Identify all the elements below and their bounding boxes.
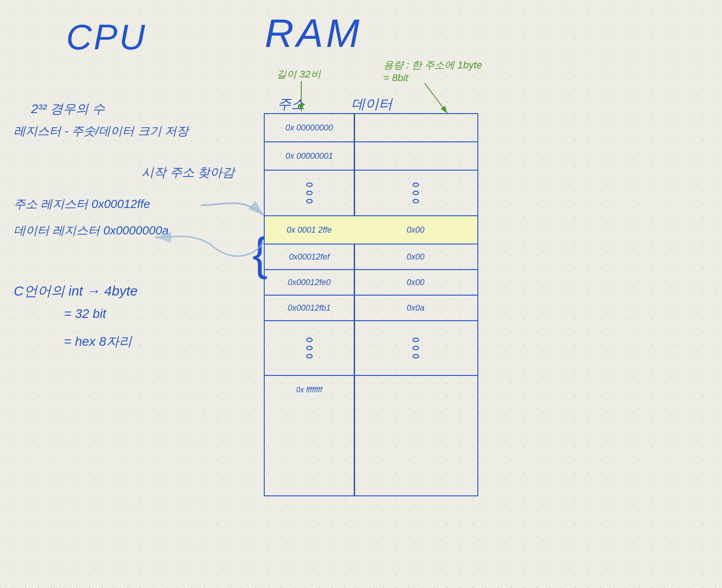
dot bbox=[306, 191, 313, 195]
addr-register-label: 주소 레지스터 0x00012ffe bbox=[14, 196, 150, 212]
table-row: 0x00012fef 0x00 bbox=[265, 245, 477, 270]
find-start-label: 시작 주소 찾아감 bbox=[141, 164, 235, 181]
dot bbox=[413, 338, 419, 342]
dot bbox=[413, 346, 419, 350]
col-header-data: 데이터 bbox=[351, 95, 392, 114]
dot bbox=[306, 354, 313, 359]
addr-dots bbox=[265, 175, 354, 211]
dot bbox=[306, 346, 313, 350]
table-row: 0x00012fe0 0x00 bbox=[265, 270, 477, 296]
green-32bit-label: 길이 32비 bbox=[277, 68, 321, 81]
data-cell: 0x0a bbox=[354, 302, 477, 315]
data-cell: 0x00 bbox=[354, 224, 477, 237]
table-row: 0x00012fb1 0x0a bbox=[265, 296, 477, 321]
data-dots bbox=[354, 330, 477, 366]
table-row: 0x 00000001 bbox=[265, 142, 477, 171]
data-cell bbox=[354, 154, 477, 158]
dot bbox=[306, 182, 313, 187]
table-row-last: 0x ffffffff bbox=[265, 376, 477, 404]
data-register-label: 데이터 레지스터 0x0000000a bbox=[14, 223, 169, 239]
addr-dots bbox=[265, 330, 354, 366]
equals-32-label: = 32 bit bbox=[64, 307, 106, 321]
addr-cell: 0x 00000000 bbox=[265, 121, 354, 135]
equals-hex-label: = hex 8자리 bbox=[64, 333, 132, 350]
cpu-register-label: 레지스터 - 주솟/데이터 크기 저장 bbox=[14, 123, 188, 139]
cpu-power-label: 2³² 경우의 수 bbox=[31, 100, 105, 118]
addr-cell: 0x ffffffff bbox=[265, 384, 354, 396]
dot bbox=[306, 199, 313, 203]
addr-cell: 0x 0001 2ffe bbox=[265, 224, 354, 237]
data-cell: 0x00 bbox=[354, 276, 477, 289]
table-row-highlighted: 0x 0001 2ffe 0x00 bbox=[265, 216, 477, 245]
table-row: 0x 00000000 bbox=[265, 114, 477, 142]
dot bbox=[413, 354, 419, 359]
dots-row-2 bbox=[265, 321, 477, 376]
addr-cell: 0x00012fb1 bbox=[265, 302, 354, 315]
dot bbox=[306, 338, 313, 342]
dot bbox=[413, 191, 419, 195]
addr-cell: 0x00012fe0 bbox=[265, 276, 354, 289]
data-dots bbox=[354, 175, 477, 211]
data-cell bbox=[354, 388, 477, 392]
green-capacity-label: 용량 : 한 주소에 1byte = 8bit bbox=[383, 58, 482, 84]
col-header-address: 주소 bbox=[277, 95, 305, 114]
dot bbox=[413, 199, 419, 203]
data-cell bbox=[354, 126, 477, 130]
dots-row bbox=[265, 171, 477, 216]
cpu-title: CPU bbox=[66, 16, 147, 58]
ram-title: RAM bbox=[265, 10, 362, 57]
c-int-label: C언어의 int → 4byte bbox=[14, 282, 138, 301]
dot bbox=[413, 182, 419, 187]
data-cell: 0x00 bbox=[354, 250, 477, 264]
ram-table: 0x 00000000 0x 00000001 bbox=[264, 113, 478, 496]
addr-cell: 0x 00000001 bbox=[265, 150, 354, 163]
addr-cell: 0x00012fef bbox=[265, 250, 354, 264]
